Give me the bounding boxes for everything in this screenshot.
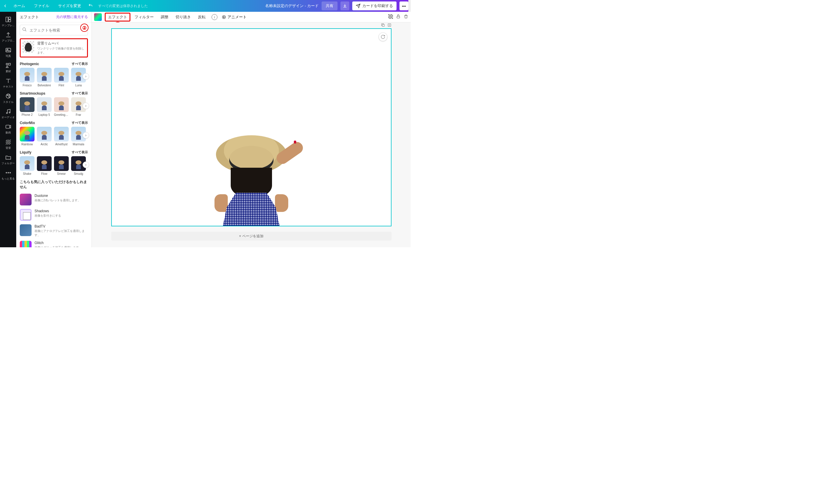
svg-rect-28 [397, 16, 399, 18]
effect-item[interactable]: Flow [37, 156, 52, 175]
transparency-icon[interactable] [388, 14, 393, 20]
category-colormix: ColorMixすべて表示RainbowArcticAmethystMarmal… [20, 120, 88, 146]
effect-thumb [20, 156, 35, 171]
rail-elements[interactable]: 素材 [0, 60, 16, 75]
svg-point-11 [6, 113, 7, 114]
color-swatch[interactable] [94, 13, 102, 21]
chevron-right-icon[interactable]: › [83, 132, 89, 138]
new-page-icon[interactable] [387, 23, 392, 28]
svg-point-12 [9, 112, 10, 113]
effect-item[interactable]: Rainbow [20, 127, 35, 146]
chevron-right-icon[interactable]: › [83, 73, 89, 79]
flip-tool[interactable]: 反転 [195, 13, 209, 21]
canvas-page[interactable] [111, 28, 392, 226]
effect-item[interactable]: Laptop 5 [37, 97, 52, 116]
rail-label: 背景 [6, 146, 11, 150]
photos-icon [5, 47, 12, 53]
effect-thumb [54, 97, 69, 112]
rail-uploads[interactable]: アップロ... [0, 30, 16, 45]
rail-audio[interactable]: オーディオ [0, 106, 16, 122]
rail-label: フォルダー [1, 162, 15, 165]
chevron-right-icon[interactable]: › [83, 102, 89, 109]
search-icon [22, 27, 27, 33]
effect-thumb [54, 127, 69, 142]
search-input[interactable] [20, 25, 88, 35]
effects-tool[interactable]: エフェクト ① [105, 13, 130, 21]
info-icon[interactable]: i [212, 14, 217, 20]
back-chevron-icon[interactable] [2, 3, 8, 9]
effect-item[interactable]: Shake [20, 156, 35, 175]
resize-button[interactable]: サイズを変更 [55, 1, 85, 10]
rail-templates[interactable]: テンプレ... [0, 14, 16, 30]
crop-tool[interactable]: 切り抜き [173, 13, 194, 21]
effect-item[interactable]: Fresco [20, 68, 35, 87]
effect-item[interactable]: Flint [54, 68, 69, 87]
svg-rect-0 [6, 17, 8, 22]
effect-item[interactable]: Belvedere [37, 68, 52, 87]
see-all-button[interactable]: すべて表示 [72, 150, 88, 154]
rail-label: スタイル [3, 100, 14, 104]
see-all-button[interactable]: すべて表示 [72, 91, 88, 95]
lock-icon[interactable] [396, 14, 400, 20]
more-effect-item[interactable]: Duotone画像に2色パレットを適用します。 [20, 192, 88, 207]
effect-label: Luna [75, 84, 82, 87]
see-all-button[interactable]: すべて表示 [72, 120, 88, 125]
category-name: Photogenic [20, 62, 39, 66]
print-button[interactable]: カードを印刷する [352, 1, 396, 10]
svg-rect-1 [8, 17, 10, 19]
rail-background[interactable]: 背景 [0, 137, 16, 152]
more-item-name: BadTV [35, 224, 88, 228]
page-tools [381, 23, 392, 28]
effect-label: Frar [76, 113, 81, 116]
background-remover-item[interactable]: 背景リムーバ ワンクリックで画像の背景を削除します。 [20, 38, 88, 57]
rail-text[interactable]: テキスト [0, 75, 16, 91]
rail-more[interactable]: もっと見る [0, 167, 16, 183]
effect-label: Flow [41, 172, 47, 175]
restore-button[interactable]: 元の状態に復元する [56, 15, 88, 19]
uploads-icon [5, 32, 12, 38]
effect-label: Belvedere [37, 84, 51, 87]
effect-label: Rainbow [21, 143, 33, 146]
adjust-tool[interactable]: 調整 [158, 13, 172, 21]
effect-item[interactable]: Arctic [37, 127, 52, 146]
rail-folder[interactable]: フォルダー [0, 152, 16, 167]
rail-style[interactable]: スタイル [0, 91, 16, 106]
share-button[interactable]: 共有 [322, 1, 338, 10]
duplicate-page-icon[interactable] [381, 23, 385, 28]
effect-item[interactable]: Amethyst [54, 127, 69, 146]
more-effect-item[interactable]: Glitch画像にグリッチ加工を適用します。 [20, 239, 88, 247]
effect-label: Fresco [23, 84, 32, 87]
more-effect-item[interactable]: BadTV画像にアナログテレビ加工を適用します。 [20, 223, 88, 239]
panel-title: エフェクト [20, 15, 39, 20]
more-thumb [20, 241, 32, 247]
rail-video[interactable]: 動画 [0, 122, 16, 137]
more-item-desc: 画像にアナログテレビ加工を適用します。 [35, 229, 88, 237]
download-icon[interactable] [340, 1, 349, 10]
effects-panel: エフェクト 元の状態に復元する ② 背景リムーバ ワンクリックで画像の背景を削除… [16, 12, 92, 247]
canvas-image[interactable] [190, 135, 313, 226]
trash-icon[interactable] [404, 14, 408, 20]
more-button[interactable]: ••• [399, 1, 408, 10]
reload-icon[interactable] [378, 33, 387, 41]
effect-item[interactable]: Phone 2 [20, 97, 35, 116]
left-rail: テンプレ...アップロ...写真素材テキストスタイルオーディオ動画背景フォルダー… [0, 12, 16, 247]
home-button[interactable]: ホーム [10, 1, 29, 10]
effect-item[interactable]: Smear [54, 156, 69, 175]
animate-tool[interactable]: アニメート [221, 15, 247, 20]
chevron-right-icon[interactable]: › [83, 162, 89, 168]
svg-point-7 [6, 94, 10, 98]
effect-item[interactable]: Greeting car... [54, 97, 69, 116]
rail-photos[interactable]: 写真 [0, 45, 16, 60]
filters-tool[interactable]: フィルター [131, 13, 157, 21]
svg-point-14 [6, 172, 7, 173]
svg-point-9 [8, 95, 10, 96]
more-effect-item[interactable]: Shadows画像を影付きにする [20, 207, 88, 223]
design-title[interactable]: 名称未設定のデザイン - カード [265, 3, 319, 8]
file-button[interactable]: ファイル [30, 1, 53, 10]
see-all-button[interactable]: すべて表示 [72, 62, 88, 66]
annotation-2: ② [80, 23, 89, 32]
undo-icon[interactable] [88, 3, 93, 9]
more-item-desc: 画像に2色パレットを適用します。 [35, 198, 88, 203]
more-item-desc: 画像を影付きにする [35, 214, 88, 218]
add-page-button[interactable]: + ページを追加 [111, 232, 392, 241]
